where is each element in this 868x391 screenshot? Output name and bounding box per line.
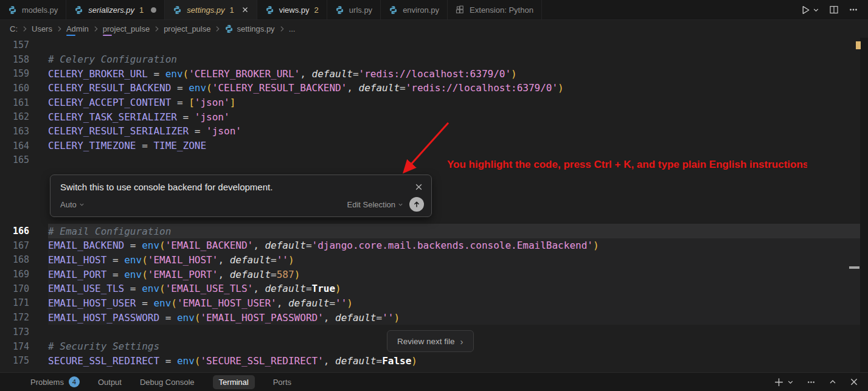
- close-tab-icon[interactable]: [241, 6, 249, 13]
- token-kw: default: [230, 269, 271, 280]
- panel-tab-label: Problems: [30, 378, 64, 387]
- code-text[interactable]: CELERY_TASK_SERIALIZER = 'json': [48, 109, 868, 124]
- code-text[interactable]: EMAIL_PORT = env('EMAIL_PORT', default=5…: [48, 267, 868, 282]
- panel-tab-problems[interactable]: Problems4: [30, 376, 80, 387]
- breadcrumb-item-project-pulse[interactable]: project_pulse: [162, 24, 212, 33]
- token-paren: (: [159, 240, 165, 251]
- tab-settings-py[interactable]: settings.py1: [165, 0, 257, 19]
- chevron-right-icon: [56, 26, 63, 32]
- tab-extension-python[interactable]: Extension: Python: [448, 0, 542, 19]
- panel-tab-debug-console[interactable]: Debug Console: [140, 378, 195, 387]
- chevron-right-icon: [214, 26, 221, 32]
- line-number[interactable]: 167: [0, 240, 29, 251]
- line-number[interactable]: 165: [0, 154, 29, 165]
- edit-selection-dropdown[interactable]: Edit Selection: [347, 200, 404, 209]
- token-var: EMAIL_BACKEND: [48, 240, 124, 251]
- code-line-169: 169EMAIL_PORT = env('EMAIL_PORT', defaul…: [0, 267, 868, 282]
- line-number[interactable]: 157: [0, 40, 29, 50]
- token-plain: =: [124, 240, 142, 251]
- code-text[interactable]: [48, 38, 868, 52]
- code-text[interactable]: EMAIL_HOST = env('EMAIL_HOST', default='…: [48, 253, 868, 268]
- tab-environ-py[interactable]: environ.py: [381, 0, 448, 19]
- line-number[interactable]: 163: [0, 126, 29, 137]
- code-line-163: 163CELERY_RESULT_SERIALIZER = 'json': [0, 124, 868, 139]
- code-text[interactable]: # Email Configuration: [48, 224, 868, 238]
- breadcrumb-item-settings-py[interactable]: settings.py: [223, 24, 276, 33]
- panel-actions: [774, 377, 858, 387]
- chevron-right-icon: [279, 26, 285, 32]
- code-text[interactable]: EMAIL_HOST_USER = env('EMAIL_HOST_USER',…: [48, 296, 868, 311]
- code-text[interactable]: EMAIL_HOST_PASSWORD = env('EMAIL_HOST_PA…: [48, 310, 868, 325]
- split-editor-button[interactable]: [829, 5, 839, 15]
- review-next-file-label: Review next file: [397, 337, 455, 346]
- code-text[interactable]: CELERY_RESULT_BACKEND = env('CELERY_RESU…: [48, 81, 868, 95]
- token-var: CELERY_TASK_SERIALIZER: [48, 111, 177, 123]
- python-icon: [389, 5, 398, 15]
- line-number[interactable]: 158: [0, 54, 29, 65]
- line-number[interactable]: 171: [0, 297, 29, 308]
- token-plain: =: [271, 254, 277, 266]
- panel-tab-ports[interactable]: Ports: [273, 378, 291, 387]
- line-number[interactable]: 170: [0, 283, 29, 294]
- line-number[interactable]: 159: [0, 68, 29, 79]
- token-var: CELERY_RESULT_SERIALIZER: [48, 125, 189, 137]
- panel-more-button[interactable]: [807, 378, 816, 387]
- mode-dropdown[interactable]: Auto: [60, 200, 85, 209]
- line-number[interactable]: 174: [0, 341, 29, 352]
- breadcrumb-item-users[interactable]: Users: [30, 24, 54, 33]
- code-text[interactable]: SECURE_SSL_REDIRECT = env('SECURE_SSL_RE…: [48, 353, 868, 368]
- code-line-167: 167EMAIL_BACKEND = env('EMAIL_BACKEND', …: [0, 238, 868, 253]
- panel-tab-terminal[interactable]: Terminal: [213, 375, 255, 389]
- breadcrumb-item-admin[interactable]: Admin: [65, 24, 90, 33]
- line-number[interactable]: 160: [0, 83, 29, 94]
- token-paren: ): [558, 82, 564, 94]
- close-panel-button[interactable]: [850, 378, 858, 386]
- run-button[interactable]: [800, 5, 819, 15]
- line-number[interactable]: 175: [0, 355, 29, 366]
- token-fn: env: [177, 312, 195, 324]
- token-fn: env: [177, 355, 195, 367]
- maximize-panel-button[interactable]: [828, 378, 837, 386]
- code-text[interactable]: CELERY_TIMEZONE = TIME_ZONE: [48, 139, 868, 153]
- submit-button[interactable]: [409, 197, 424, 212]
- token-plain: =: [106, 269, 124, 280]
- token-plain: ,: [253, 240, 265, 251]
- line-number[interactable]: 173: [0, 327, 29, 337]
- inline-chat-input[interactable]: Switch this to use console backend for d…: [60, 182, 273, 192]
- chevron-right-icon: [21, 26, 28, 32]
- more-actions-button[interactable]: [849, 5, 858, 15]
- code-text[interactable]: EMAIL_BACKEND = env('EMAIL_BACKEND', def…: [48, 238, 868, 253]
- breadcrumb-item--[interactable]: ...: [288, 24, 297, 33]
- tab-models-py[interactable]: models.py: [0, 0, 66, 19]
- code-text[interactable]: EMAIL_USE_TLS = env('EMAIL_USE_TLS', def…: [48, 282, 868, 296]
- line-number[interactable]: 162: [0, 111, 29, 122]
- scrollbar-track[interactable]: [860, 38, 868, 372]
- line-number[interactable]: 168: [0, 254, 29, 265]
- line-number[interactable]: 164: [0, 140, 29, 151]
- code-text[interactable]: CELERY_RESULT_SERIALIZER = 'json': [48, 124, 868, 139]
- code-text[interactable]: # Celery Configuration: [48, 52, 868, 67]
- line-number[interactable]: 172: [0, 312, 29, 323]
- close-icon[interactable]: [414, 182, 424, 192]
- breadcrumb-item-c-[interactable]: C:: [9, 24, 19, 33]
- token-plain: =: [400, 82, 406, 94]
- code-line-168: 168EMAIL_HOST = env('EMAIL_HOST', defaul…: [0, 253, 868, 268]
- line-number[interactable]: 169: [0, 269, 29, 280]
- line-number[interactable]: 166: [0, 226, 29, 237]
- token-str: 'json': [195, 111, 230, 123]
- token-paren: (: [183, 68, 189, 80]
- code-line-175: 175SECURE_SSL_REDIRECT = env('SECURE_SSL…: [0, 353, 868, 368]
- code-line-157: 157: [0, 38, 868, 52]
- review-next-file-button[interactable]: Review next file ›: [387, 330, 474, 352]
- new-terminal-button[interactable]: [774, 377, 794, 387]
- panel-tab-output[interactable]: Output: [98, 378, 122, 387]
- tab-urls-py[interactable]: urls.py: [327, 0, 381, 19]
- breadcrumb-item-project-pulse[interactable]: project_pulse: [102, 24, 151, 33]
- line-number[interactable]: 161: [0, 97, 29, 108]
- code-line-159: 159CELERY_BROKER_URL = env('CELERY_BROKE…: [0, 66, 868, 81]
- code-text[interactable]: CELERY_ACCEPT_CONTENT = ['json']: [48, 95, 868, 110]
- tab-views-py[interactable]: views.py2: [257, 0, 327, 19]
- code-text[interactable]: CELERY_BROKER_URL = env('CELERY_BROKER_U…: [48, 66, 868, 81]
- tab-serializers-py[interactable]: serializers.py1: [66, 0, 165, 19]
- token-var: EMAIL_HOST_PASSWORD: [48, 312, 159, 324]
